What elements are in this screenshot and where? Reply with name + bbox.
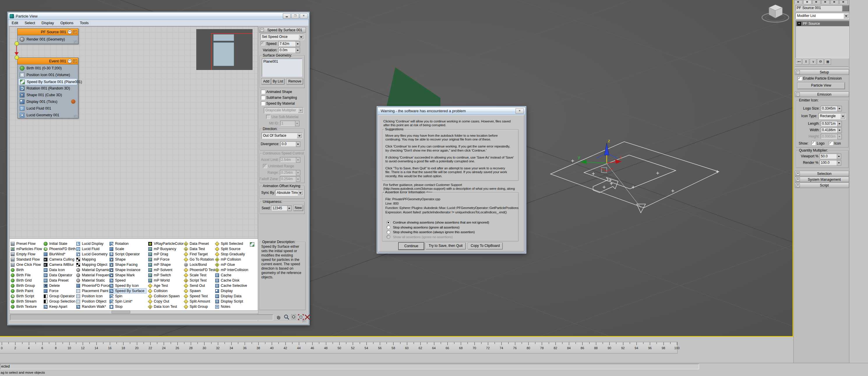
selection-rollout-header[interactable]: +Selection (795, 171, 849, 176)
logo-size-field[interactable]: 0.3345m (821, 106, 839, 111)
enable-particle-emission-checkbox[interactable] (798, 76, 802, 81)
speed-spinner[interactable] (296, 41, 300, 47)
remove-modifier-icon[interactable]: Ɵ (817, 59, 824, 65)
timeline-ruler[interactable]: 0246810121416182022242628303234363840424… (0, 342, 678, 353)
event-operator[interactable]: Display 001 (Ticks) (18, 98, 77, 105)
system-management-rollout-header[interactable]: +System Management (795, 177, 849, 182)
depot-item[interactable]: Birth Group (11, 283, 35, 288)
depot-item[interactable]: Collision (148, 289, 167, 293)
script-rollout-header[interactable]: +Script (795, 182, 849, 188)
depot-item[interactable]: Spawn (184, 289, 201, 293)
depot-item[interactable]: Delete (44, 283, 60, 288)
close-button[interactable]: ✕ (300, 13, 308, 19)
particle-view-titlebar[interactable]: Particle View ▂ ❐ ✕ (8, 12, 309, 20)
region-zoom-tool-icon[interactable] (291, 314, 297, 320)
depot-item[interactable]: Stop Gradually (215, 252, 245, 257)
icon-type-dropdown[interactable]: Rectangle (818, 113, 846, 119)
pf-source-node-header[interactable]: PF Source 001 (18, 29, 78, 35)
assertion-radio-option[interactable]: Show all assertions (ignore no assertion… (386, 235, 489, 239)
length-spinner[interactable] (837, 121, 842, 126)
event-operator[interactable]: Shape 001 (Cube 3D) (18, 92, 77, 98)
depot-item[interactable]: Lucid Fluid (76, 247, 99, 251)
remove-button[interactable]: Remove (286, 79, 303, 85)
event-operator[interactable]: Birth 001 (0-30 T:200) (18, 65, 77, 71)
depot-item[interactable]: Data Icon (44, 267, 65, 272)
depot-item[interactable]: Data Operator (44, 273, 72, 278)
depot-item[interactable]: Stop (110, 304, 123, 309)
depot-item[interactable]: Split Amount (184, 299, 210, 304)
depot-item[interactable]: Material Frequency (76, 273, 113, 278)
stack-toolbar[interactable]: -⊷ ‖ ∨ Ɵ ▦ (796, 59, 832, 65)
depot-item[interactable]: Copy Out (148, 299, 169, 304)
speed-by-material-checkbox[interactable] (261, 102, 265, 106)
collapse-icon[interactable]: − (260, 28, 264, 32)
depot-item[interactable]: mP Shape (148, 262, 171, 267)
modifier-stack[interactable]: +PF Source (796, 21, 849, 58)
logo-size-spinner[interactable] (837, 106, 842, 111)
pan-tool-icon[interactable] (276, 314, 282, 320)
depot-item[interactable]: mP World (148, 278, 169, 283)
seed-spinner[interactable] (287, 205, 291, 211)
depot-item[interactable]: Shape Instance (110, 267, 141, 272)
node-collapse-icon[interactable] (73, 59, 77, 63)
depot-item[interactable]: mParticles Flow (11, 247, 42, 251)
operator-depot[interactable]: Preset FlowmParticles FlowEmpty FlowStan… (9, 238, 258, 311)
event-operator[interactable]: Rotation 001 (Random 3D) (18, 85, 77, 91)
pf-source-node[interactable]: PF Source 001 Render 001 (Geometry) (17, 28, 79, 44)
tab-utilities-icon[interactable] (839, 0, 847, 4)
depot-item[interactable]: PhoenixFD Birth (44, 247, 76, 251)
depot-item[interactable]: Script Test (184, 278, 207, 283)
viewport-percent-field[interactable]: 50.0 (820, 154, 838, 158)
surface-geometry-list[interactable]: Plane001 (262, 59, 302, 77)
depot-item[interactable]: Cache Selective (215, 283, 247, 288)
depot-item[interactable]: Data Preset (184, 241, 209, 246)
node-enable-lamp-icon[interactable] (68, 59, 72, 63)
animated-shape-checkbox[interactable] (261, 90, 265, 94)
depot-item[interactable]: Data Icon Test (148, 304, 177, 309)
divergence-field[interactable]: 0.0 (280, 141, 298, 146)
menu-tools[interactable]: Tools (76, 21, 92, 25)
depot-item[interactable]: mP Drag (148, 252, 168, 257)
depot-item[interactable]: Speed By Surface (110, 289, 146, 293)
tab-create-icon[interactable] (794, 0, 803, 4)
dialog-close-button[interactable]: ✕ (516, 109, 524, 114)
depot-item[interactable]: Display Data (215, 294, 242, 298)
menu-display[interactable]: Display (38, 21, 57, 25)
by-list-button[interactable]: By List (271, 79, 285, 85)
depot-item[interactable]: Rotation (110, 241, 129, 246)
object-color-swatch[interactable] (842, 5, 849, 11)
radio-icon[interactable] (386, 235, 390, 239)
modifier-stack-item[interactable]: +PF Source (796, 21, 849, 26)
node-collapse-icon[interactable] (73, 30, 77, 33)
speed-by-surface-rollout-header[interactable]: −Speed By Surface 001 (259, 27, 306, 33)
depot-item[interactable]: Display Script (215, 299, 243, 304)
sync-by-dropdown[interactable]: Absolute Time (275, 190, 303, 196)
speed-type-dropdown[interactable]: Set Speed Once (260, 34, 304, 40)
depot-item[interactable]: Script Operator (110, 252, 140, 257)
depot-item[interactable]: Go To Rotation (184, 257, 214, 262)
render-operator[interactable]: Render 001 (Geometry) (18, 36, 77, 42)
maximize-button[interactable]: ❐ (291, 13, 299, 19)
render-percent-field[interactable]: 100.0 (820, 160, 838, 165)
continue-button[interactable]: Continue (398, 242, 424, 250)
viewcube[interactable] (762, 5, 789, 22)
depot-item[interactable]: Display (215, 289, 233, 293)
event-001-node[interactable]: Event 001 Birth 001 (0-30 T:200)Position… (17, 57, 79, 118)
tab-display-icon[interactable] (830, 0, 839, 4)
depot-item[interactable]: Group Selection (44, 299, 75, 304)
depot-item[interactable]: Birth Stream (11, 299, 36, 304)
scrollbar-thumb[interactable] (112, 311, 130, 313)
depot-item[interactable]: Speed Test (184, 294, 208, 298)
depot-item[interactable]: Split Source (215, 247, 240, 251)
depot-item[interactable]: Speed By Icon (110, 283, 138, 288)
radio-icon[interactable] (386, 230, 390, 234)
event-operator[interactable]: Position Icon 001 (Volume) (18, 72, 77, 78)
depot-item[interactable]: Birth (11, 267, 24, 272)
depot-item[interactable]: Scale (110, 247, 124, 251)
node-enable-lamp-icon[interactable] (68, 30, 72, 34)
node-resize-grip[interactable] (74, 40, 78, 44)
depot-item[interactable]: mP Solvent (148, 267, 173, 272)
depot-item[interactable]: Cache Disk (215, 278, 240, 283)
depot-item[interactable]: PhoenixFD Force (76, 283, 110, 288)
depot-item[interactable]: mP Buoyancy (148, 247, 176, 251)
